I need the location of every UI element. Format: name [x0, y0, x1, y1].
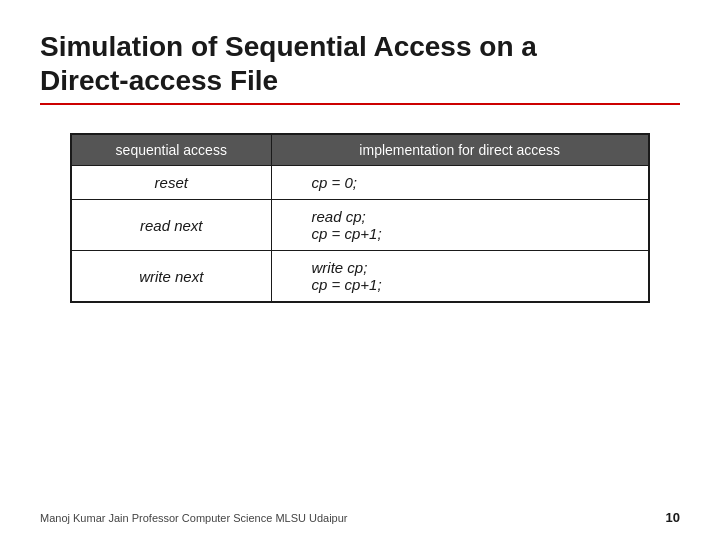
footer: Manoj Kumar Jain Professor Computer Scie… — [40, 510, 680, 525]
table-row-write-next: write next write cp; cp = cp+1; — [71, 251, 649, 303]
impl-reset: cp = 0; — [271, 166, 649, 200]
table-header-row: sequential access implementation for dir… — [71, 134, 649, 166]
col-header-sequential: sequential access — [71, 134, 271, 166]
table-wrapper: sequential access implementation for dir… — [40, 133, 680, 303]
page-number: 10 — [666, 510, 680, 525]
impl-write-next-line1: write cp; — [312, 259, 368, 276]
title-line2: Direct-access File — [40, 65, 278, 96]
access-table: sequential access implementation for dir… — [70, 133, 650, 303]
impl-read-next-line2: cp = cp+1; — [312, 225, 382, 242]
title-line1: Simulation of Sequential Access on a — [40, 31, 537, 62]
table-row-reset: reset cp = 0; — [71, 166, 649, 200]
impl-write-next: write cp; cp = cp+1; — [271, 251, 649, 303]
slide-container: Simulation of Sequential Access on a Dir… — [0, 0, 720, 540]
slide-title: Simulation of Sequential Access on a Dir… — [40, 30, 680, 97]
title-section: Simulation of Sequential Access on a Dir… — [40, 30, 680, 125]
title-divider — [40, 103, 680, 105]
operation-read-next: read next — [71, 200, 271, 251]
table-row-read-next: read next read cp; cp = cp+1; — [71, 200, 649, 251]
col-header-implementation: implementation for direct access — [271, 134, 649, 166]
operation-write-next: write next — [71, 251, 271, 303]
impl-read-next-line1: read cp; — [312, 208, 366, 225]
footer-text: Manoj Kumar Jain Professor Computer Scie… — [40, 512, 348, 524]
impl-read-next: read cp; cp = cp+1; — [271, 200, 649, 251]
operation-reset: reset — [71, 166, 271, 200]
impl-write-next-line2: cp = cp+1; — [312, 276, 382, 293]
